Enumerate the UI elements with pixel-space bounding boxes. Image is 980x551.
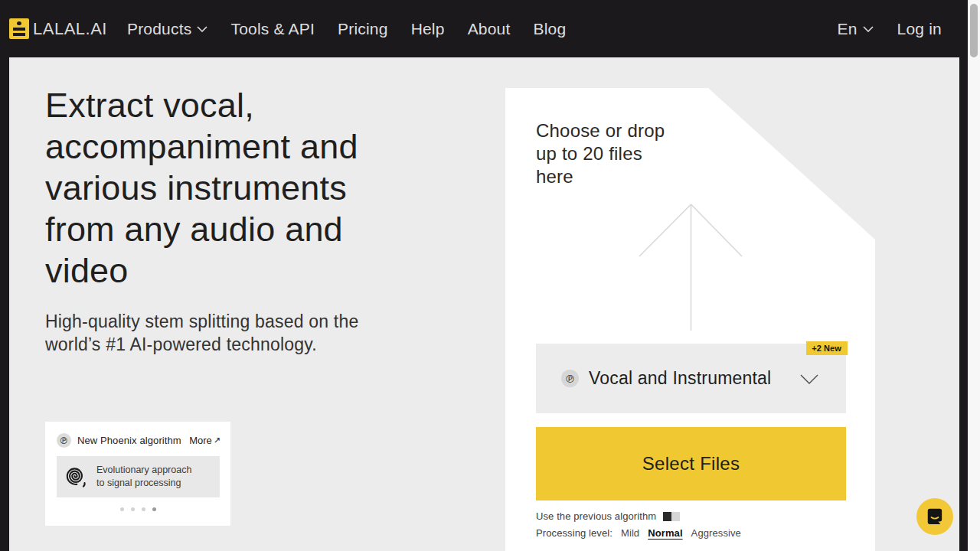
logo-text: LALAL.AI <box>33 19 107 39</box>
processing-level-row: Processing level: Mild Normal Aggressive <box>536 527 741 539</box>
chevron-down-icon <box>197 26 207 32</box>
select-files-button[interactable]: Select Files <box>536 427 846 500</box>
promo-card-title: New Phoenix algorithm <box>77 435 181 446</box>
drop-zone-text: Choose or drop up to 20 files here <box>536 119 665 188</box>
lalal-ai-homepage: LALAL.AI Products Tools & API Pricing He… <box>0 0 980 551</box>
login-button[interactable]: Log in <box>897 20 942 38</box>
promo-feature-box: Evolutionary approach to signal processi… <box>57 456 220 497</box>
promo-feature-text: Evolutionary approach to signal processi… <box>96 464 191 490</box>
stem-type-value: Vocal and Instrumental <box>589 368 771 389</box>
phoenix-badge-icon: ℗ <box>561 370 579 387</box>
page-subtitle: High-quality stem splitting based on the… <box>45 310 358 356</box>
processing-level-label: Processing level: <box>536 527 612 539</box>
chat-launcher-button[interactable] <box>916 498 953 535</box>
logo-icon <box>9 18 29 39</box>
language-label: En <box>837 20 857 38</box>
more-link[interactable]: More ↗ <box>189 435 220 446</box>
page-title: Extract vocal, accompaniment and various… <box>45 85 358 292</box>
nav-tools-api[interactable]: Tools & API <box>230 20 315 38</box>
main-content: Extract vocal, accompaniment and various… <box>9 57 959 551</box>
processing-level-aggressive[interactable]: Aggressive <box>691 527 741 539</box>
spiral-icon <box>62 463 90 491</box>
external-arrow-icon: ↗ <box>214 435 220 445</box>
previous-algorithm-row: Use the previous algorithm <box>536 510 680 522</box>
processing-level-normal[interactable]: Normal <box>648 527 682 539</box>
upload-panel[interactable]: Choose or drop up to 20 files here +2 Ne… <box>505 88 875 551</box>
chevron-down-icon <box>863 26 874 32</box>
nav-blog[interactable]: Blog <box>534 20 567 38</box>
nav-links: Products Tools & API Pricing Help About … <box>127 20 566 38</box>
carousel-dot-3[interactable] <box>142 507 145 511</box>
carousel-dot-2[interactable] <box>131 507 135 511</box>
nav-pricing[interactable]: Pricing <box>338 20 388 38</box>
phoenix-promo-card: ℗ New Phoenix algorithm More ↗ Evolution… <box>45 422 230 526</box>
phoenix-badge-icon: ℗ <box>57 433 71 448</box>
new-stems-badge: +2 New <box>806 341 848 355</box>
nav-products[interactable]: Products <box>127 20 207 38</box>
chevron-down-icon <box>800 374 818 384</box>
previous-algorithm-toggle[interactable] <box>663 512 680 521</box>
language-selector[interactable]: En <box>837 20 873 38</box>
scrollbar-thumb[interactable] <box>970 4 978 57</box>
previous-algorithm-label: Use the previous algorithm <box>536 510 656 522</box>
upload-arrow-icon <box>635 201 747 333</box>
carousel-dot-4-active[interactable] <box>152 507 156 511</box>
chat-bubble-icon <box>926 507 944 526</box>
carousel-dots <box>45 507 230 511</box>
scrollbar-track[interactable] <box>968 0 980 551</box>
carousel-dot-1[interactable] <box>120 507 124 511</box>
nav-right: En Log in <box>837 20 942 38</box>
nav-about[interactable]: About <box>468 20 511 38</box>
logo[interactable]: LALAL.AI <box>9 18 107 39</box>
nav-products-label: Products <box>127 20 191 38</box>
more-link-label: More <box>189 435 212 446</box>
nav-help[interactable]: Help <box>411 20 445 38</box>
processing-level-mild[interactable]: Mild <box>621 527 639 539</box>
top-navigation: LALAL.AI Products Tools & API Pricing He… <box>0 0 968 57</box>
stem-type-dropdown[interactable]: +2 New ℗ Vocal and Instrumental <box>536 344 846 413</box>
promo-card-header: ℗ New Phoenix algorithm More ↗ <box>57 433 220 448</box>
